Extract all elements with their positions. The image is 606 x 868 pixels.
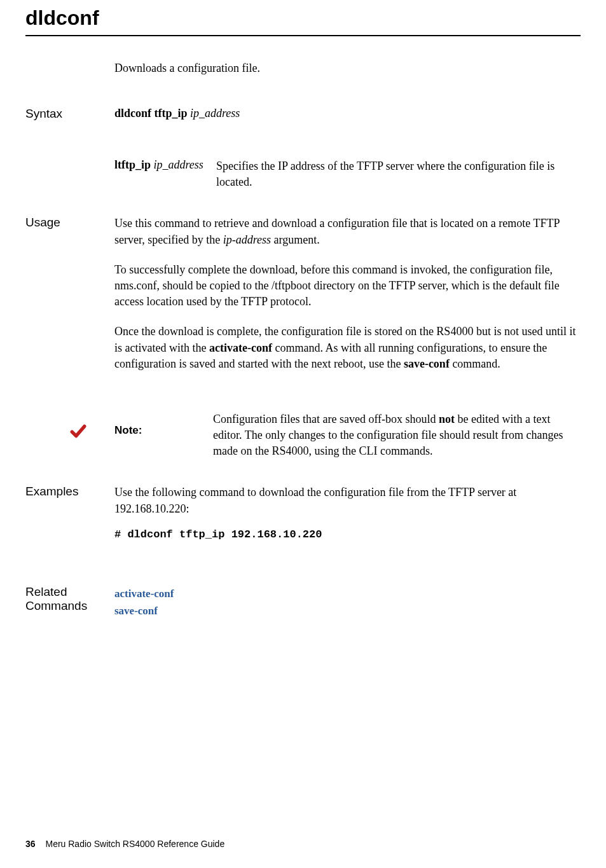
usage-p3: Once the download is complete, the confi…: [114, 324, 581, 372]
syntax-body: dldconf tftp_ip ip_address ltftp_ip ip_a…: [114, 107, 581, 190]
note-text: Configuration files that are saved off-b…: [213, 411, 581, 460]
usage-p2: To successfully complete the download, b…: [114, 262, 581, 310]
related-label: Related Commands: [25, 585, 114, 619]
examples-section: Examples Use the following command to do…: [25, 485, 581, 540]
param-row: ltftp_ip ip_address Specifies the IP add…: [114, 158, 581, 190]
footer-text: Meru Radio Switch RS4000 Reference Guide: [45, 839, 224, 849]
syntax-line: dldconf tftp_ip ip_address: [114, 107, 581, 120]
page-number: 36: [25, 839, 36, 849]
related-link-activate-conf[interactable]: activate-conf: [114, 585, 581, 602]
checkmark-icon: [25, 411, 114, 439]
usage-section: Usage Use this command to retrieve and d…: [25, 216, 581, 386]
note-tb: not: [439, 413, 455, 425]
note-label: Note:: [114, 411, 213, 437]
param-arg: ip_address: [154, 158, 203, 171]
usage-p1i: ip-address: [223, 233, 271, 246]
examples-code: # dldconf tftp_ip 192.168.10.220: [114, 528, 581, 541]
usage-p1a: Use this command to retrieve and downloa…: [114, 217, 560, 245]
page-title: dldconf: [25, 6, 581, 30]
usage-body: Use this command to retrieve and downloa…: [114, 216, 581, 386]
title-rule: [25, 35, 581, 36]
examples-intro: Use the following command to download th…: [114, 485, 581, 516]
note-t1: Configuration files that are saved off-b…: [213, 413, 439, 425]
syntax-label: Syntax: [25, 107, 114, 190]
syntax-section: Syntax dldconf tftp_ip ip_address ltftp_…: [25, 107, 581, 190]
param-keyword: ltftp_ip: [114, 158, 151, 171]
usage-p1: Use this command to retrieve and downloa…: [114, 216, 581, 247]
usage-p3b2: save-conf: [404, 357, 450, 370]
usage-label: Usage: [25, 216, 114, 386]
examples-body: Use the following command to download th…: [114, 485, 581, 540]
usage-p1b: argument.: [271, 233, 320, 246]
note-block: Note: Configuration files that are saved…: [25, 411, 581, 460]
intro-text: Downloads a configuration file.: [114, 62, 581, 75]
param-name: ltftp_ip ip_address: [114, 158, 216, 190]
page-footer: 36 Meru Radio Switch RS4000 Reference Gu…: [25, 839, 224, 849]
related-link-save-conf[interactable]: save-conf: [114, 602, 581, 619]
usage-p3b1: activate-conf: [209, 341, 272, 354]
usage-p3c: command.: [450, 357, 500, 370]
related-section: Related Commands activate-conf save-conf: [25, 585, 581, 619]
syntax-arg: ip_address: [190, 107, 240, 120]
syntax-command: dldconf tftp_ip: [114, 107, 188, 120]
examples-label: Examples: [25, 485, 114, 540]
related-body: activate-conf save-conf: [114, 585, 581, 619]
param-desc: Specifies the IP address of the TFTP ser…: [216, 158, 581, 190]
